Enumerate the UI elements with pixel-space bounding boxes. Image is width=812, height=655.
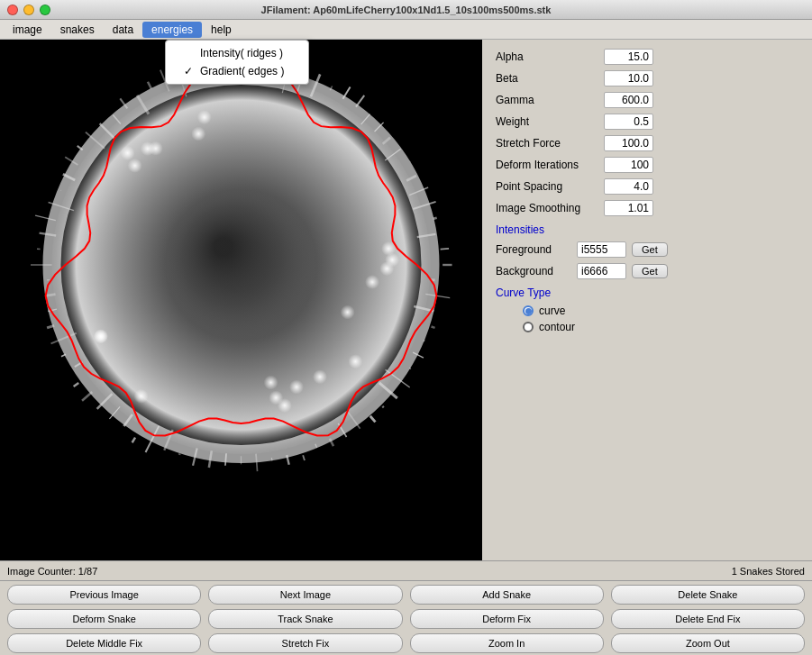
menu-help[interactable]: help (202, 22, 241, 38)
image-area (0, 40, 482, 560)
deform-fix-button[interactable]: Deform Fix (410, 609, 604, 629)
main-canvas (0, 40, 482, 499)
button-row-2: Deform Snake Track Snake Deform Fix Dele… (7, 609, 805, 629)
weight-row: Weight 0.5 (496, 114, 798, 130)
track-snake-button[interactable]: Track Snake (208, 609, 402, 629)
gamma-value[interactable]: 600.0 (604, 92, 653, 108)
button-row-3: Delete Middle Fix Stretch Fix Zoom In Zo… (7, 633, 805, 653)
zoom-in-button[interactable]: Zoom In (410, 633, 604, 653)
image-counter: Image Counter: 1/87 (7, 566, 97, 577)
dropdown-item-intensity[interactable]: Intensity( ridges ) (166, 44, 308, 62)
gamma-label: Gamma (496, 94, 604, 106)
weight-label: Weight (496, 115, 604, 128)
image-smoothing-row: Image Smoothing 1.01 (496, 200, 798, 216)
menu-data[interactable]: data (104, 22, 142, 38)
contour-label: contour (539, 321, 575, 333)
beta-value[interactable]: 10.0 (604, 70, 653, 86)
background-get-button[interactable]: Get (632, 264, 668, 278)
close-button[interactable] (7, 5, 18, 15)
background-row: Background i6666 Get (496, 263, 798, 279)
intensity-checkmark (184, 47, 196, 59)
background-value[interactable]: i6666 (577, 263, 626, 279)
main-content: Alpha 15.0 Beta 10.0 Gamma 600.0 Weight … (0, 40, 812, 560)
delete-end-fix-button[interactable]: Delete End Fix (611, 609, 805, 629)
image-smoothing-value[interactable]: 1.01 (604, 200, 653, 216)
snakes-stored: 1 Snakes Stored (732, 566, 805, 577)
stretch-force-label: Stretch Force (496, 137, 604, 150)
right-panel: Alpha 15.0 Beta 10.0 Gamma 600.0 Weight … (482, 40, 812, 560)
intensities-title: Intensities (496, 223, 798, 236)
deform-iter-label: Deform Iterations (496, 159, 604, 171)
stretch-force-value[interactable]: 100.0 (604, 135, 653, 151)
curve-type-title: Curve Type (496, 287, 798, 299)
menu-energies[interactable]: energies (142, 22, 202, 38)
foreground-label: Foreground (496, 243, 577, 256)
window-controls[interactable] (7, 5, 50, 15)
window-title: JFilament: Ap60mLifeCherry100x1Nd1.5_10s… (261, 5, 552, 15)
stretch-force-row: Stretch Force 100.0 (496, 135, 798, 151)
point-spacing-label: Point Spacing (496, 180, 604, 193)
image-smoothing-label: Image Smoothing (496, 202, 604, 214)
menu-snakes[interactable]: snakes (51, 22, 104, 38)
canvas-container (0, 40, 482, 499)
next-image-button[interactable]: Next Image (208, 585, 402, 605)
button-row-1: Previous Image Next Image Add Snake Dele… (7, 585, 805, 605)
deform-iter-row: Deform Iterations 100 (496, 157, 798, 173)
add-snake-button[interactable]: Add Snake (410, 585, 604, 605)
minimize-button[interactable] (23, 5, 34, 15)
foreground-get-button[interactable]: Get (632, 242, 668, 257)
status-bar: Image Counter: 1/87 1 Snakes Stored (0, 560, 812, 580)
curve-radio[interactable] (523, 305, 534, 316)
alpha-row: Alpha 15.0 (496, 49, 798, 65)
maximize-button[interactable] (40, 5, 50, 15)
alpha-value[interactable]: 15.0 (604, 49, 653, 65)
foreground-row: Foreground i5555 Get (496, 241, 798, 258)
curve-label: curve (539, 305, 565, 317)
beta-row: Beta 10.0 (496, 70, 798, 86)
energies-dropdown: Intensity( ridges ) ✓ Gradient( edges ) (165, 40, 309, 85)
titlebar: JFilament: Ap60mLifeCherry100x1Nd1.5_10s… (0, 0, 812, 20)
beta-label: Beta (496, 72, 604, 85)
foreground-value[interactable]: i5555 (577, 241, 626, 258)
alpha-label: Alpha (496, 50, 604, 63)
stretch-fix-button[interactable]: Stretch Fix (208, 633, 402, 653)
menubar: image snakes data energies help (0, 20, 812, 40)
gamma-row: Gamma 600.0 (496, 92, 798, 108)
deform-snake-button[interactable]: Deform Snake (7, 609, 201, 629)
delete-snake-button[interactable]: Delete Snake (611, 585, 805, 605)
contour-radio-row: contour (523, 321, 798, 333)
contour-radio[interactable] (523, 322, 534, 332)
point-spacing-value[interactable]: 4.0 (604, 178, 653, 195)
dropdown-item-gradient[interactable]: ✓ Gradient( edges ) (166, 62, 308, 80)
background-label: Background (496, 265, 577, 277)
weight-value[interactable]: 0.5 (604, 114, 653, 130)
zoom-out-button[interactable]: Zoom Out (611, 633, 805, 653)
menu-image[interactable]: image (4, 22, 51, 38)
gradient-checkmark: ✓ (184, 65, 196, 77)
buttons-area: Previous Image Next Image Add Snake Dele… (0, 580, 812, 655)
point-spacing-row: Point Spacing 4.0 (496, 178, 798, 195)
deform-iter-value[interactable]: 100 (604, 157, 653, 173)
delete-middle-fix-button[interactable]: Delete Middle Fix (7, 633, 201, 653)
previous-image-button[interactable]: Previous Image (7, 585, 201, 605)
curve-radio-row: curve (523, 305, 798, 317)
